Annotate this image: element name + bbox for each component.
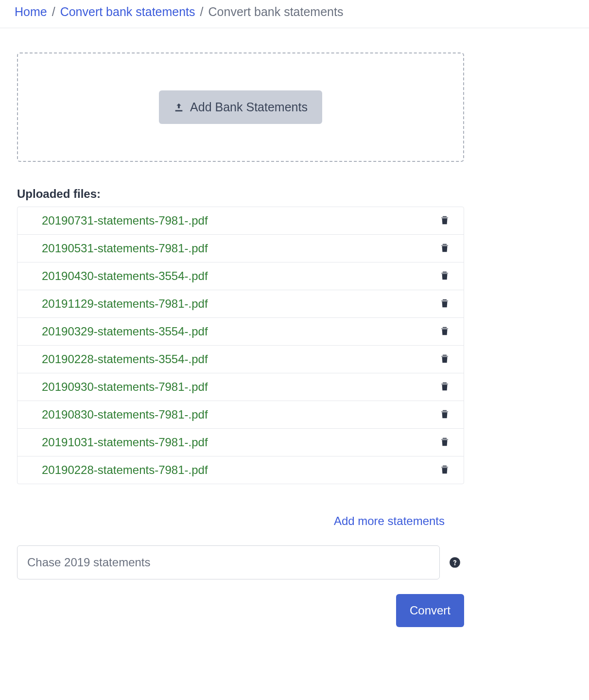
trash-icon — [439, 242, 450, 255]
batch-name-input[interactable] — [17, 545, 440, 579]
file-row: 20190228-statements-7981-.pdf — [17, 456, 464, 484]
file-row: 20190531-statements-7981-.pdf — [17, 235, 464, 262]
file-row: 20190731-statements-7981-.pdf — [17, 207, 464, 235]
trash-icon — [439, 381, 450, 394]
trash-icon — [439, 353, 450, 366]
delete-file-button[interactable] — [439, 325, 450, 338]
breadcrumb-separator: / — [200, 5, 204, 19]
upload-icon — [173, 102, 184, 113]
delete-file-button[interactable] — [439, 298, 450, 311]
trash-icon — [439, 298, 450, 311]
trash-icon — [439, 214, 450, 228]
convert-button[interactable]: Convert — [396, 594, 464, 627]
add-bank-statements-label: Add Bank Statements — [190, 100, 308, 114]
file-row: 20190228-statements-3554-.pdf — [17, 346, 464, 373]
add-more-statements-link[interactable]: Add more statements — [334, 514, 445, 527]
delete-file-button[interactable] — [439, 214, 450, 228]
help-icon[interactable] — [449, 556, 461, 569]
delete-file-button[interactable] — [439, 270, 450, 283]
file-name: 20190228-statements-3554-.pdf — [42, 352, 208, 366]
file-name: 20190830-statements-7981-.pdf — [42, 408, 208, 421]
file-row: 20190930-statements-7981-.pdf — [17, 373, 464, 401]
file-row: 20190329-statements-3554-.pdf — [17, 318, 464, 346]
file-name: 20191129-statements-7981-.pdf — [42, 297, 208, 311]
uploaded-file-list: 20190731-statements-7981-.pdf20190531-st… — [17, 207, 464, 484]
upload-dropzone[interactable]: Add Bank Statements — [17, 52, 464, 162]
file-name: 20190228-statements-7981-.pdf — [42, 463, 208, 477]
file-name: 20190731-statements-7981-.pdf — [42, 214, 208, 228]
breadcrumb-convert-link[interactable]: Convert bank statements — [60, 5, 195, 19]
trash-icon — [439, 464, 450, 477]
breadcrumb: Home / Convert bank statements / Convert… — [0, 0, 589, 28]
trash-icon — [439, 436, 450, 449]
file-name: 20190531-statements-7981-.pdf — [42, 242, 208, 255]
delete-file-button[interactable] — [439, 353, 450, 366]
breadcrumb-current: Convert bank statements — [208, 5, 344, 19]
delete-file-button[interactable] — [439, 436, 450, 449]
delete-file-button[interactable] — [439, 464, 450, 477]
delete-file-button[interactable] — [439, 242, 450, 255]
file-row: 20190430-statements-3554-.pdf — [17, 262, 464, 290]
file-row: 20190830-statements-7981-.pdf — [17, 401, 464, 429]
breadcrumb-home[interactable]: Home — [15, 5, 47, 19]
trash-icon — [439, 408, 450, 421]
trash-icon — [439, 270, 450, 283]
uploaded-files-heading: Uploaded files: — [17, 187, 464, 201]
file-name: 20190430-statements-3554-.pdf — [42, 269, 208, 283]
delete-file-button[interactable] — [439, 408, 450, 421]
breadcrumb-separator: / — [52, 5, 55, 19]
delete-file-button[interactable] — [439, 381, 450, 394]
file-name: 20191031-statements-7981-.pdf — [42, 436, 208, 449]
file-name: 20190930-statements-7981-.pdf — [42, 380, 208, 394]
file-row: 20191031-statements-7981-.pdf — [17, 429, 464, 456]
file-row: 20191129-statements-7981-.pdf — [17, 290, 464, 318]
add-bank-statements-button[interactable]: Add Bank Statements — [159, 90, 322, 124]
file-name: 20190329-statements-3554-.pdf — [42, 325, 208, 338]
trash-icon — [439, 325, 450, 338]
